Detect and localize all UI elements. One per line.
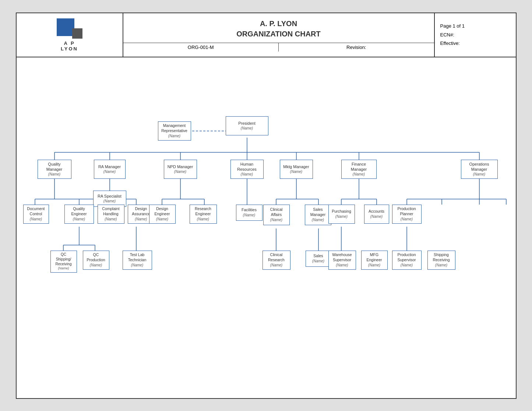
quality-mgr-name: (Name) [48,172,60,177]
logo-text: A P LYON [61,40,78,52]
ecn-label: ECN#: [440,31,510,39]
warehouse-supervisor-box: Warehouse Supervisor (Name) [328,251,356,270]
chart-area: President (Name) Management Representati… [17,57,516,396]
design-engineer-box: Design Engineer (Name) [149,205,176,224]
finance-mgr-box: Finance Manager (Name) [341,160,377,179]
qc-shipping-role: QC Shipping/ Receiving [56,252,72,266]
doc-control-name: (Name) [30,217,42,222]
clinical-affairs-name: (Name) [270,217,282,222]
title-section: A. P. LYON ORGANIZATION CHART ORG-001-M … [123,13,435,57]
mfg-engineer-role: MFG Engineer [366,252,382,262]
logo-section: A P LYON [17,13,123,57]
president-box: President (Name) [226,116,268,135]
operations-mgr-name: (Name) [473,172,485,177]
facilities-name: (Name) [243,213,255,217]
qc-production-box: QC Production (Name) [83,251,109,270]
page: A P LYON A. P. LYON ORGANIZATION CHART O… [16,13,517,399]
shipping-receiving-role: Shipping Receiving [433,252,450,262]
mktg-mgr-role: Mktg Manager [283,164,309,169]
finance-mgr-name: (Name) [353,172,365,177]
complaint-handling-role: Complaint Handling [102,206,119,216]
logo-graphic [57,18,82,39]
mfg-engineer-name: (Name) [368,263,380,267]
shipping-receiving-box: Shipping Receiving (Name) [427,251,455,270]
research-engineer-role: Research Engineer [195,206,211,216]
connectors-svg [17,57,516,396]
ra-manager-box: RA Manager (Name) [94,160,126,179]
test-lab-role: Test Lab Technician [128,252,147,262]
quality-mgr-role: Quality Manager [46,162,62,172]
design-engineer-name: (Name) [156,217,168,222]
quality-engineer-box: Quality Engineer (Name) [64,205,94,224]
revision: Revision: [279,43,434,52]
facilities-role: Facilities [242,208,257,213]
accounts-box: Accounts (Name) [364,205,389,224]
npd-manager-role: NPD Manager [168,164,193,169]
sales-box: Sales (Name) [306,251,331,267]
shipping-receiving-name: (Name) [435,263,447,267]
clinical-affairs-box: Clinical Affairs (Name) [263,205,290,225]
clinical-affairs-role: Clinical Affairs [270,207,283,217]
mktg-mgr-box: Mktg Manager (Name) [280,160,313,179]
purchasing-role: Purchasing [332,209,351,214]
mgmt-rep-box: Management Representative (Name) [158,121,191,141]
design-engineer-role: Design Engineer [154,206,170,216]
quality-engineer-role: Quality Engineer [71,206,87,216]
clinical-research-box: Clinical Research (Name) [263,251,290,270]
hr-role: Human Resources [233,162,261,172]
clinical-research-role: Clinical Research [268,252,285,262]
hr-name: (Name) [241,172,253,177]
mgmt-rep-name: (Name) [168,134,180,138]
research-engineer-box: Research Engineer (Name) [190,205,217,224]
production-planner-name: (Name) [401,217,413,222]
purchasing-name: (Name) [335,214,348,219]
npd-manager-box: NPD Manager (Name) [164,160,197,179]
design-assurance-name: (Name) [135,217,147,222]
design-assurance-role: Design Assurance [132,206,150,216]
logo-blue-square [57,18,74,36]
sales-role: Sales [313,254,323,259]
mktg-mgr-name: (Name) [290,169,302,174]
effective-label: Effective: [440,39,510,47]
hr-box: Human Resources (Name) [230,160,264,179]
qc-production-name: (Name) [90,263,102,267]
qc-shipping-box: QC Shipping/ Receiving (Name) [50,251,77,273]
test-lab-name: (Name) [131,263,143,267]
mfg-engineer-box: MFG Engineer (Name) [361,251,388,270]
finance-mgr-role: Finance Manager [343,162,374,172]
sales-manager-box: Sales Manager (Name) [305,205,331,225]
sales-manager-role: Sales Manager [310,207,325,217]
ra-manager-role: RA Manager [98,164,121,169]
clinical-research-name: (Name) [270,263,282,267]
page-number: Page 1 of 1 [440,22,510,30]
quality-mgr-box: Quality Manager (Name) [38,160,71,179]
doc-control-box: Document Control (Name) [23,205,49,224]
mgmt-rep-role: Management Representative [161,123,187,133]
production-planner-box: Production Planner (Name) [392,205,422,224]
research-engineer-name: (Name) [197,217,209,222]
president-name: (Name) [241,126,253,131]
operations-mgr-role: Operations Manager [469,162,489,172]
sales-name: (Name) [312,259,324,263]
doc-title: A. P. LYON ORGANIZATION CHART [236,18,321,39]
test-lab-box: Test Lab Technician (Name) [123,251,152,270]
doc-sub: ORG-001-M Revision: [123,43,434,52]
sales-manager-name: (Name) [312,217,324,222]
production-supervisor-box: Production Supervisor (Name) [392,251,422,270]
doc-control-role: Document Control [27,206,45,216]
doc-number: ORG-001-M [123,43,279,52]
ra-specialist-name: (Name) [103,199,116,203]
production-supervisor-name: (Name) [401,263,413,267]
logo-gray-square [72,28,82,39]
npd-manager-name: (Name) [174,169,186,174]
production-planner-role: Production Planner [397,206,416,216]
complaint-handling-box: Complaint Handling (Name) [98,205,124,224]
header: A P LYON A. P. LYON ORGANIZATION CHART O… [17,13,516,57]
purchasing-box: Purchasing (Name) [328,205,355,224]
ra-manager-name: (Name) [103,169,116,174]
operations-mgr-box: Operations Manager (Name) [461,160,498,179]
quality-engineer-name: (Name) [73,217,85,222]
qc-production-role: QC Production [87,252,105,262]
president-role: President [238,121,255,126]
accounts-role: Accounts [369,209,384,214]
